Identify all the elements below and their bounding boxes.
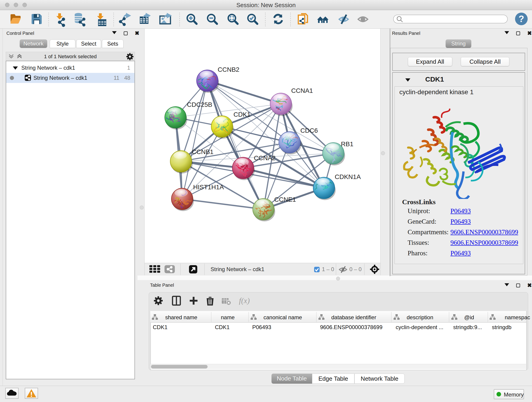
svg-text:CDC6: CDC6 [300,127,318,134]
svg-text:CCNB2: CCNB2 [218,66,239,73]
svg-text:CCNA2: CCNA2 [254,154,276,162]
svg-text:CCNA1: CCNA1 [291,87,313,94]
svg-text:HIST1H1A: HIST1H1A [193,184,224,191]
svg-text:CDK1: CDK1 [234,111,251,118]
svg-text:CCNB1: CCNB1 [192,148,214,155]
svg-text:RB1: RB1 [341,140,353,148]
svg-text:CCNE1: CCNE1 [274,196,296,203]
svg-text:CDKN1A: CDKN1A [335,173,361,180]
svg-text:CDC25B: CDC25B [187,101,212,108]
svg-text:f(x): f(x) [239,296,250,305]
